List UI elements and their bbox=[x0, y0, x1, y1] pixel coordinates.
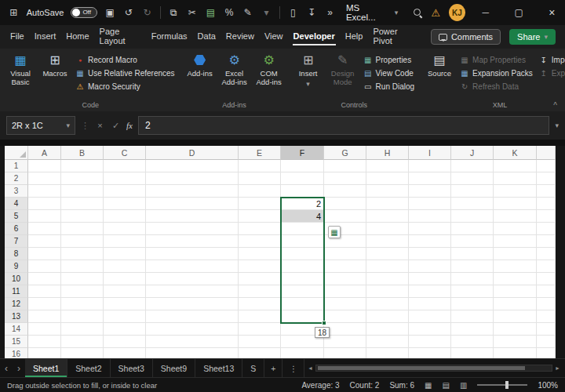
tab-home[interactable]: Home bbox=[65, 28, 89, 45]
new-file-icon[interactable]: ▯ bbox=[287, 8, 299, 17]
row-header-1[interactable]: 1 bbox=[5, 160, 28, 172]
cell-B4[interactable] bbox=[61, 198, 104, 210]
sheet-tab-sheet1[interactable]: Sheet1 bbox=[25, 359, 67, 377]
row-header-9[interactable]: 9 bbox=[5, 260, 28, 273]
scrollbar-track[interactable] bbox=[315, 365, 552, 372]
cell-K8[interactable] bbox=[494, 248, 537, 260]
cell-J9[interactable] bbox=[451, 260, 494, 273]
sheet-tab-partial[interactable]: S bbox=[242, 359, 264, 377]
tab-formulas[interactable]: Formulas bbox=[151, 28, 188, 45]
download-icon[interactable]: ↧ bbox=[306, 8, 318, 17]
cell-partial-6[interactable] bbox=[537, 223, 556, 235]
cell-I4[interactable] bbox=[409, 198, 451, 210]
cell-H14[interactable] bbox=[366, 323, 409, 336]
cell-K5[interactable] bbox=[494, 210, 537, 223]
cell-F13[interactable] bbox=[281, 310, 324, 323]
enter-icon[interactable]: ✓ bbox=[111, 121, 121, 131]
cell-F9[interactable] bbox=[281, 260, 324, 273]
cell-G4[interactable] bbox=[324, 198, 366, 210]
cell-D7[interactable] bbox=[146, 235, 239, 248]
cell-D2[interactable] bbox=[146, 172, 239, 185]
cell-D8[interactable] bbox=[146, 248, 239, 260]
cell-H1[interactable] bbox=[366, 160, 409, 172]
row-header-14[interactable]: 14 bbox=[5, 323, 28, 336]
zoom-slider[interactable] bbox=[477, 384, 527, 386]
cell-B16[interactable] bbox=[61, 348, 104, 358]
column-header-H[interactable]: H bbox=[366, 146, 409, 160]
cell-partial-15[interactable] bbox=[537, 336, 556, 348]
cell-H7[interactable] bbox=[366, 235, 409, 248]
cell-D16[interactable] bbox=[146, 348, 239, 358]
select-all-corner[interactable] bbox=[5, 146, 28, 160]
cell-K2[interactable] bbox=[494, 172, 537, 185]
cell-J15[interactable] bbox=[451, 336, 494, 348]
cell-H9[interactable] bbox=[366, 260, 409, 273]
cell-C10[interactable] bbox=[104, 273, 146, 285]
macros-button[interactable]: ⊞ Macros bbox=[38, 50, 71, 78]
sheet-tab-sheet13[interactable]: Sheet13 bbox=[195, 359, 242, 377]
row-header-6[interactable]: 6 bbox=[5, 223, 28, 235]
cell-G11[interactable] bbox=[324, 285, 366, 298]
column-header-G[interactable]: G bbox=[324, 146, 366, 160]
cell-B13[interactable] bbox=[61, 310, 104, 323]
cell-E5[interactable] bbox=[239, 210, 281, 223]
search-icon[interactable] bbox=[412, 7, 423, 18]
cell-C3[interactable] bbox=[104, 185, 146, 198]
cell-F7[interactable] bbox=[281, 235, 324, 248]
cell-J5[interactable] bbox=[451, 210, 494, 223]
cell-H11[interactable] bbox=[366, 285, 409, 298]
cell-A2[interactable] bbox=[28, 172, 61, 185]
cell-F5[interactable]: 4 bbox=[281, 210, 324, 223]
properties-button[interactable]: ▦ Properties bbox=[361, 53, 417, 67]
sheet-list-button[interactable]: ⋮ bbox=[282, 359, 304, 377]
cell-partial-14[interactable] bbox=[537, 323, 556, 336]
cell-partial-5[interactable] bbox=[537, 210, 556, 223]
app-launcher-icon[interactable]: ⊞ bbox=[8, 8, 20, 17]
cell-A15[interactable] bbox=[28, 336, 61, 348]
cell-G16[interactable] bbox=[324, 348, 366, 358]
autosave-toggle[interactable]: Off bbox=[71, 7, 97, 18]
row-header-10[interactable]: 10 bbox=[5, 273, 28, 285]
sheet-nav-right-icon[interactable]: › bbox=[13, 359, 25, 377]
sheet-tab-sheet3[interactable]: Sheet3 bbox=[111, 359, 153, 377]
app-title[interactable]: MS Excel... ▾ bbox=[346, 3, 398, 22]
cell-J11[interactable] bbox=[451, 285, 494, 298]
page-layout-view-icon[interactable]: ▤ bbox=[443, 381, 450, 390]
column-header-E[interactable]: E bbox=[239, 146, 281, 160]
cell-I8[interactable] bbox=[409, 248, 451, 260]
cell-G1[interactable] bbox=[324, 160, 366, 172]
cell-F1[interactable] bbox=[281, 160, 324, 172]
format-painter-icon[interactable]: ✎ bbox=[242, 8, 254, 17]
import-button[interactable]: ↧ Import bbox=[537, 53, 565, 67]
cell-F10[interactable] bbox=[281, 273, 324, 285]
tab-page-layout[interactable]: Page Layout bbox=[99, 28, 142, 45]
sheet-tab-sheet2[interactable]: Sheet2 bbox=[67, 359, 110, 377]
cell-B12[interactable] bbox=[61, 298, 104, 310]
cell-B15[interactable] bbox=[61, 336, 104, 348]
cell-B3[interactable] bbox=[61, 185, 104, 198]
cell-I5[interactable] bbox=[409, 210, 451, 223]
overflow-icon[interactable]: » bbox=[324, 8, 336, 17]
warning-icon[interactable]: ⚠ bbox=[430, 8, 442, 18]
cell-G3[interactable] bbox=[324, 185, 366, 198]
sheet-tab-sheet9[interactable]: Sheet9 bbox=[153, 359, 195, 377]
cell-I2[interactable] bbox=[409, 172, 451, 185]
minimize-button[interactable]: ─ bbox=[472, 0, 498, 25]
run-dialog-button[interactable]: ▭ Run Dialog bbox=[361, 80, 417, 93]
cell-C2[interactable] bbox=[104, 172, 146, 185]
cell-E8[interactable] bbox=[239, 248, 281, 260]
cell-E6[interactable] bbox=[239, 223, 281, 235]
excel-addins-button[interactable]: ⚙ Excel Add-ins bbox=[218, 50, 251, 87]
cell-B14[interactable] bbox=[61, 323, 104, 336]
cell-A7[interactable] bbox=[28, 235, 61, 248]
cell-D10[interactable] bbox=[146, 273, 239, 285]
cell-partial-16[interactable] bbox=[537, 348, 556, 358]
cell-C16[interactable] bbox=[104, 348, 146, 358]
cell-J14[interactable] bbox=[451, 323, 494, 336]
cell-G8[interactable] bbox=[324, 248, 366, 260]
tab-file[interactable]: File bbox=[9, 28, 25, 45]
cell-E14[interactable] bbox=[239, 323, 281, 336]
cell-G13[interactable] bbox=[324, 310, 366, 323]
cell-A6[interactable] bbox=[28, 223, 61, 235]
sheet-nav-left-icon[interactable]: ‹ bbox=[0, 359, 13, 377]
